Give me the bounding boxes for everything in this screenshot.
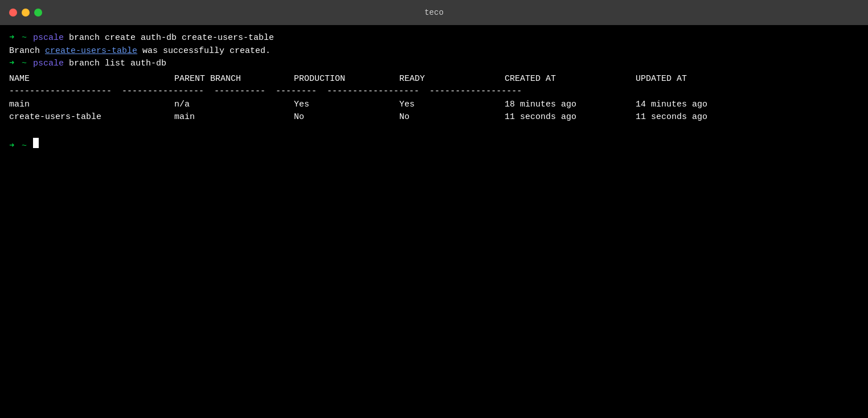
minimize-button[interactable] — [22, 9, 30, 17]
prompt-pscale-1: pscale — [28, 32, 64, 45]
row-main-production: Yes — [294, 99, 399, 112]
prompt-tilde-final: ~ — [17, 140, 27, 153]
terminal[interactable]: ➜ ~ pscale branch create auth-db create-… — [0, 25, 868, 418]
header-created-at: CREATED AT — [505, 73, 636, 86]
row-cut-created-at: 11 seconds ago — [505, 111, 636, 124]
blank-line — [9, 124, 859, 138]
success-suffix: was successfully created. — [137, 45, 271, 58]
prompt-pscale-2: pscale — [28, 58, 64, 71]
header-updated-at: UPDATED AT — [636, 73, 767, 86]
row-cut-production: No — [294, 111, 399, 124]
header-name: NAME — [9, 73, 174, 86]
window-title: teco — [424, 8, 444, 17]
branch-name-highlight: create-users-table — [45, 45, 137, 58]
maximize-button[interactable] — [34, 9, 42, 17]
row-cut-name: create-users-table — [9, 111, 174, 124]
traffic-lights — [9, 9, 42, 17]
row-cut-updated-at: 11 seconds ago — [636, 111, 767, 124]
header-ready: READY — [399, 73, 505, 86]
success-prefix: Branch — [9, 45, 45, 58]
prompt-line-final: ➜ ~ — [9, 138, 859, 153]
row-cut-parent: main — [174, 111, 294, 124]
terminal-cursor — [33, 138, 39, 148]
row-main-ready: Yes — [399, 99, 505, 112]
prompt-tilde-2: ~ — [17, 58, 27, 71]
header-parent-branch: PARENT BRANCH — [174, 73, 294, 86]
table-row-create-users-table: create-users-table main No No 11 seconds… — [9, 111, 859, 124]
prompt-tilde-1: ~ — [17, 32, 27, 45]
row-main-created-at: 18 minutes ago — [505, 99, 636, 112]
divider-line: -------------------- ---------------- --… — [9, 85, 522, 99]
success-line: Branch create-users-table was successful… — [9, 45, 859, 58]
command-text-1: branch create auth-db create-users-table — [64, 32, 274, 45]
command-line-1: ➜ ~ pscale branch create auth-db create-… — [9, 32, 859, 45]
row-main-parent: n/a — [174, 99, 294, 112]
command-text-2: branch list auth-db — [64, 58, 166, 71]
prompt-arrow-1: ➜ — [9, 32, 14, 45]
close-button[interactable] — [9, 9, 17, 17]
table-row-main: main n/a Yes Yes 18 minutes ago 14 minut… — [9, 99, 859, 112]
prompt-arrow-2: ➜ — [9, 58, 14, 71]
table-header-row: NAME PARENT BRANCH PRODUCTION READY CREA… — [9, 73, 859, 86]
prompt-arrow-final: ➜ — [9, 140, 14, 153]
row-cut-ready: No — [399, 111, 505, 124]
row-main-name: main — [9, 99, 174, 112]
row-main-updated-at: 14 minutes ago — [636, 99, 767, 112]
table-divider: -------------------- ---------------- --… — [9, 85, 859, 99]
command-line-2: ➜ ~ pscale branch list auth-db — [9, 58, 859, 71]
header-production: PRODUCTION — [294, 73, 399, 86]
titlebar: teco — [0, 0, 868, 25]
